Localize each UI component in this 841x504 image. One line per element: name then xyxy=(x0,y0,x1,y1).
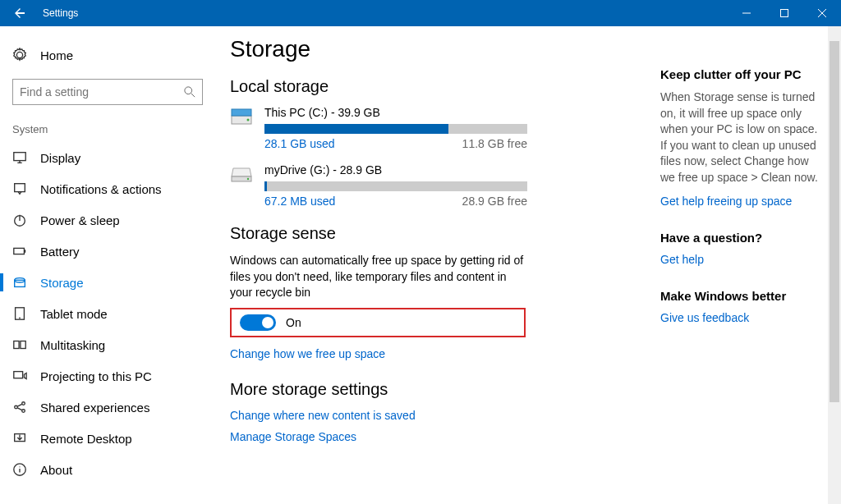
close-button[interactable] xyxy=(803,0,841,26)
feedback-link[interactable]: Give us feedback xyxy=(660,311,825,324)
nav-label: Notifications & actions xyxy=(40,182,162,196)
search-input[interactable] xyxy=(20,85,184,99)
toggle-state-label: On xyxy=(286,316,301,329)
svg-point-21 xyxy=(247,119,250,121)
projecting-icon xyxy=(12,369,27,383)
svg-rect-3 xyxy=(15,184,25,192)
window-title: Settings xyxy=(43,7,78,19)
storage-icon xyxy=(12,275,27,290)
multitasking-icon xyxy=(12,337,27,352)
svg-rect-13 xyxy=(14,372,23,378)
drive-icon xyxy=(230,163,260,208)
right-panel: Keep clutter off your PC When Storage se… xyxy=(652,26,841,504)
nav-tablet[interactable]: Tablet mode xyxy=(0,298,215,329)
storage-sense-desc: Windows can automatically free up space … xyxy=(230,253,526,301)
change-free-space-link[interactable]: Change how we free up space xyxy=(230,347,652,360)
nav-remote[interactable]: Remote Desktop xyxy=(0,423,215,454)
svg-rect-5 xyxy=(14,248,25,254)
svg-rect-7 xyxy=(15,280,25,286)
maximize-button[interactable] xyxy=(765,0,803,26)
better-heading: Make Windows better xyxy=(660,289,825,303)
usage-bar xyxy=(264,124,527,134)
clutter-heading: Keep clutter off your PC xyxy=(660,67,825,81)
page-title: Storage xyxy=(230,36,652,62)
clutter-text: When Storage sense is turned on, it will… xyxy=(660,89,825,186)
svg-rect-6 xyxy=(24,250,25,253)
drive-row[interactable]: This PC (C:) - 39.9 GB 28.1 GB used 11.8… xyxy=(230,106,652,150)
storage-sense-toggle-highlight: On xyxy=(230,308,526,337)
nav-label: Tablet mode xyxy=(40,307,108,321)
local-storage-heading: Local storage xyxy=(230,77,652,96)
nav-label: Multitasking xyxy=(40,338,105,352)
used-label: 67.2 MB used xyxy=(264,195,335,208)
nav-notifications[interactable]: Notifications & actions xyxy=(0,173,215,204)
nav-label: About xyxy=(40,463,72,477)
nav-projecting[interactable]: Projecting to this PC xyxy=(0,360,215,392)
power-icon xyxy=(12,213,27,227)
maximize-icon xyxy=(780,9,788,17)
free-label: 11.8 GB free xyxy=(462,137,527,150)
svg-rect-11 xyxy=(14,341,19,349)
svg-point-10 xyxy=(19,318,21,319)
arrow-left-icon xyxy=(13,7,26,20)
drive-row[interactable]: myDrive (G:) - 28.9 GB 67.2 MB used 28.9… xyxy=(230,163,652,208)
used-label: 28.1 GB used xyxy=(264,137,335,150)
home-nav[interactable]: Home xyxy=(0,39,215,71)
back-button[interactable] xyxy=(0,0,39,26)
nav-label: Shared experiences xyxy=(40,401,149,415)
info-icon xyxy=(12,462,27,477)
svg-point-15 xyxy=(22,402,25,405)
tablet-icon xyxy=(12,306,27,321)
scrollbar[interactable] xyxy=(828,26,841,504)
svg-rect-2 xyxy=(14,153,25,161)
get-help-link[interactable]: Get help xyxy=(660,253,825,266)
question-heading: Have a question? xyxy=(660,231,825,245)
close-icon xyxy=(818,9,826,17)
main-content: Storage Local storage This PC (C:) - 39.… xyxy=(215,26,652,504)
titlebar: Settings xyxy=(0,0,841,26)
svg-rect-20 xyxy=(232,109,251,116)
drive-name: This PC (C:) - 39.9 GB xyxy=(264,106,527,119)
svg-rect-0 xyxy=(781,10,788,17)
svg-rect-12 xyxy=(21,341,25,349)
sidebar: Home System Display Notifications & acti… xyxy=(0,26,215,504)
svg-point-23 xyxy=(247,178,249,180)
nav-display[interactable]: Display xyxy=(0,142,215,173)
nav-label: Projecting to this PC xyxy=(40,369,152,383)
drive-name: myDrive (G:) - 28.9 GB xyxy=(264,163,527,176)
nav-label: Display xyxy=(40,151,80,165)
nav-label: Storage xyxy=(40,276,84,290)
storage-sense-toggle[interactable] xyxy=(240,314,276,331)
storage-sense-heading: Storage sense xyxy=(230,224,652,243)
nav-storage[interactable]: Storage xyxy=(0,267,215,298)
nav-shared[interactable]: Shared experiences xyxy=(0,392,215,423)
search-box[interactable] xyxy=(12,79,203,105)
display-icon xyxy=(12,150,27,165)
notification-icon xyxy=(12,181,27,196)
nav-label: Remote Desktop xyxy=(40,432,132,446)
minimize-button[interactable] xyxy=(728,0,765,26)
nav-label: Power & sleep xyxy=(40,213,120,227)
manage-spaces-link[interactable]: Manage Storage Spaces xyxy=(230,430,652,443)
nav-about[interactable]: About xyxy=(0,454,215,485)
remote-icon xyxy=(12,431,27,446)
scrollbar-thumb[interactable] xyxy=(830,41,839,402)
nav-label: Battery xyxy=(40,245,80,259)
home-label: Home xyxy=(40,48,73,62)
minimize-icon xyxy=(742,9,751,17)
usage-bar xyxy=(264,181,527,191)
svg-point-1 xyxy=(185,87,192,94)
nav-battery[interactable]: Battery xyxy=(0,236,215,267)
gear-icon xyxy=(12,48,27,62)
battery-icon xyxy=(12,244,27,259)
svg-point-14 xyxy=(15,405,18,409)
drive-icon xyxy=(230,106,260,150)
search-icon xyxy=(184,86,195,98)
nav-multitasking[interactable]: Multitasking xyxy=(0,329,215,360)
group-system: System xyxy=(0,117,215,142)
free-label: 28.9 GB free xyxy=(462,195,527,208)
change-content-link[interactable]: Change where new content is saved xyxy=(230,409,652,422)
nav-power[interactable]: Power & sleep xyxy=(0,204,215,236)
help-freeing-link[interactable]: Get help freeing up space xyxy=(660,195,825,208)
window-controls xyxy=(728,0,841,26)
